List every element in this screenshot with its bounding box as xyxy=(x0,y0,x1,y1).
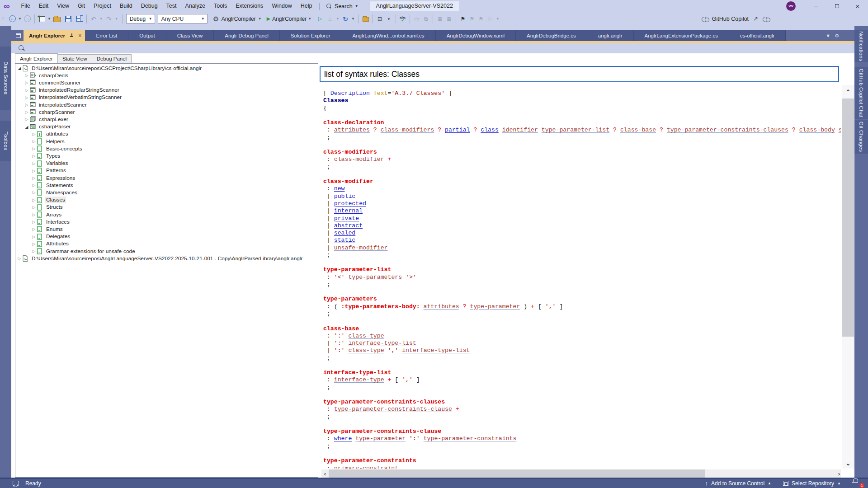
expand-icon[interactable]: ▷ xyxy=(32,227,36,231)
tree-item-csharplexer[interactable]: ▷csharpLexer xyxy=(15,116,318,123)
feedback-icon[interactable] xyxy=(13,481,19,486)
uncomment-button[interactable]: ⧉ xyxy=(421,14,430,24)
left-tab-data-sources[interactable]: Data Sources xyxy=(0,47,11,110)
restart-button[interactable]: ↻ xyxy=(341,14,350,24)
tree-item-attributes[interactable]: ▷Attributes xyxy=(15,240,318,248)
expand-icon[interactable]: ▷ xyxy=(32,190,36,195)
menu-debug[interactable]: Debug xyxy=(137,0,162,12)
grammar-link[interactable]: class-type xyxy=(348,347,384,354)
solution-explorer-sync-button[interactable]: ⊡ xyxy=(375,14,384,24)
tree-item-label[interactable]: Structs xyxy=(45,204,64,211)
tree-item-label[interactable]: csharpLexer xyxy=(38,116,69,123)
redo-dropdown[interactable]: ▼ xyxy=(115,17,118,21)
hot-reload-button[interactable]: ♨ xyxy=(326,14,335,24)
close-tab-icon[interactable]: × xyxy=(78,30,82,41)
tree-item-basic-concepts[interactable]: ▷Basic-concepts xyxy=(15,145,318,152)
tree-item-structs[interactable]: ▷Structs xyxy=(15,204,318,211)
tree-item-interpolatedregularstringscanner[interactable]: ▷interpolatedRegularStringScanner xyxy=(15,87,318,94)
tree-item-label[interactable]: interpolatedScanner xyxy=(38,102,88,108)
grammar-link[interactable]: type-parameters xyxy=(348,274,402,281)
expand-icon[interactable]: ▷ xyxy=(24,110,29,114)
grammar-link[interactable]: type-parameter-constraints-clauses xyxy=(667,127,788,133)
grammar-link[interactable]: type-parameter xyxy=(355,435,406,442)
tree-item-d-users-miran-source-repos-cscproject-cs[interactable]: ◢D:\Users\Miran\source\repos\CSCProject\… xyxy=(15,65,318,72)
tabstrip-settings-icon[interactable]: ⚙ xyxy=(835,33,839,39)
grammar-link[interactable]: private xyxy=(334,215,359,222)
tree-item-label[interactable]: csharpParser xyxy=(38,123,71,130)
solution-configuration-combobox[interactable]: Debug▼ xyxy=(126,14,155,23)
menu-analyze[interactable]: Analyze xyxy=(181,0,209,12)
spell-check-button[interactable]: abc✓ xyxy=(398,14,407,24)
syntax-rules-content[interactable]: [ Description Text='A.3.7 Classes' ]Clas… xyxy=(323,85,841,469)
grammar-link[interactable]: interface-type-list xyxy=(348,340,416,347)
tree-item-types[interactable]: ▷Types xyxy=(15,152,318,160)
grammar-link[interactable]: type-parameter-constraints-clause xyxy=(334,406,452,413)
doc-tab-anglrlangextensionpackage-cs[interactable]: AnglrLangExtensionPackage.cs xyxy=(634,30,729,41)
grammar-link[interactable]: s xyxy=(839,127,841,133)
doc-tab-anglr-debug-panel[interactable]: Anglr Debug Panel xyxy=(214,30,280,41)
menu-build[interactable]: Build xyxy=(115,0,137,12)
tree-item-label[interactable]: Delegates xyxy=(45,233,71,240)
doc-tab-output[interactable]: Output xyxy=(128,30,166,41)
grammar-link[interactable]: interface-type-list xyxy=(402,347,470,354)
tree-item-label[interactable]: Patterns xyxy=(45,167,67,174)
restart-dropdown[interactable]: ▼ xyxy=(351,17,355,21)
doc-tab-anglrlangwind-ontrol-xaml-cs[interactable]: AnglrLangWind...ontrol.xaml.cs xyxy=(341,30,435,41)
expand-icon[interactable]: ▷ xyxy=(32,154,36,158)
scroll-right-arrow[interactable]: › xyxy=(838,470,840,477)
panel-tab-state-view[interactable]: State View xyxy=(58,54,92,63)
close-button[interactable]: × xyxy=(847,0,868,12)
menu-git[interactable]: Git xyxy=(74,0,90,12)
solution-platform-combobox[interactable]: Any CPU▼ xyxy=(158,14,208,23)
redo-button[interactable]: ↷ xyxy=(104,14,113,24)
new-project-button[interactable] xyxy=(37,14,46,24)
tree-item-label[interactable]: csharpDecls xyxy=(38,72,69,79)
menu-edit[interactable]: Edit xyxy=(34,0,53,12)
new-project-dropdown[interactable]: ▼ xyxy=(47,17,51,21)
tree-item-helpers[interactable]: ▷Helpers xyxy=(15,138,318,145)
scroll-left-arrow[interactable]: ‹ xyxy=(321,470,329,477)
grammar-link[interactable]: sealed xyxy=(334,230,355,236)
find-in-files-button[interactable] xyxy=(361,14,370,24)
doc-tab-solution-explorer[interactable]: Solution Explorer xyxy=(280,30,342,41)
scroll-up-arrow[interactable]: ⌃ xyxy=(842,89,854,95)
toggle-bookmark-button[interactable]: ⚑ xyxy=(458,14,467,24)
decrease-indent-button[interactable]: ≣ xyxy=(435,14,444,24)
tree-item-patterns[interactable]: ▷Patterns xyxy=(15,167,318,174)
expand-icon[interactable]: ▷ xyxy=(24,95,29,100)
tree-item-label[interactable]: Statements xyxy=(45,182,74,189)
vertical-scroll-thumb[interactable] xyxy=(842,99,854,337)
tree-item-classes[interactable]: ▷Classes xyxy=(15,197,318,204)
expand-icon[interactable]: ▷ xyxy=(32,242,36,246)
toolbar-overflow-1[interactable]: ▾ xyxy=(384,14,393,24)
clear-bookmarks-button[interactable]: ⚐ xyxy=(486,14,495,24)
document-list-icon[interactable]: ▼ xyxy=(826,33,830,38)
expand-icon[interactable]: ▷ xyxy=(24,80,29,85)
expand-icon[interactable]: ▷ xyxy=(32,169,36,173)
expand-icon[interactable]: ▷ xyxy=(24,103,29,107)
tree-item-label[interactable]: D:\Users\Miran\source\repos\AnglrLanguag… xyxy=(31,255,303,262)
select-repository-button[interactable]: Select Repository▲ xyxy=(783,480,841,487)
maximize-button[interactable] xyxy=(826,0,847,12)
tree-item-csharpparser[interactable]: ◢csharpParser xyxy=(15,123,318,131)
comment-button[interactable]: ▭ xyxy=(412,14,421,24)
grammar-link[interactable]: class-modifier xyxy=(334,156,384,163)
tree-item-enums[interactable]: ▷Enums xyxy=(15,225,318,233)
grammar-link[interactable]: type-parameter-list xyxy=(542,127,609,133)
start-without-debug-button[interactable]: ▷ xyxy=(316,14,326,24)
grammar-link[interactable]: identifier xyxy=(502,127,538,133)
doc-tab-anglr-anglr[interactable]: anglr.anglr xyxy=(587,30,634,41)
grammar-link[interactable]: class-base xyxy=(620,127,656,133)
tree-item-interpolatedscanner[interactable]: ▷interpolatedScanner xyxy=(15,101,318,108)
grammar-link[interactable]: unsafe-modifier xyxy=(334,244,388,251)
search-menu[interactable]: Search ▼ xyxy=(322,3,362,9)
tree-item-d-users-miran-source-repos-anglrlanguage[interactable]: ▷D:\Users\Miran\source\repos\AnglrLangua… xyxy=(15,255,318,262)
doc-tab-anglrdebugwindow-xaml[interactable]: AnglrDebugWindow.xaml xyxy=(436,30,516,41)
tree-item-csharpscanner[interactable]: ▷csharpScanner xyxy=(15,108,318,116)
tree-item-arrays[interactable]: ▷Arrays xyxy=(15,211,318,218)
panel-tab-debug-panel[interactable]: Debug Panel xyxy=(92,54,132,63)
collapse-icon[interactable]: ◢ xyxy=(17,66,22,70)
expand-icon[interactable]: ▷ xyxy=(32,146,36,151)
expand-icon[interactable]: ▷ xyxy=(32,198,36,202)
expand-icon[interactable]: ▷ xyxy=(32,205,36,210)
